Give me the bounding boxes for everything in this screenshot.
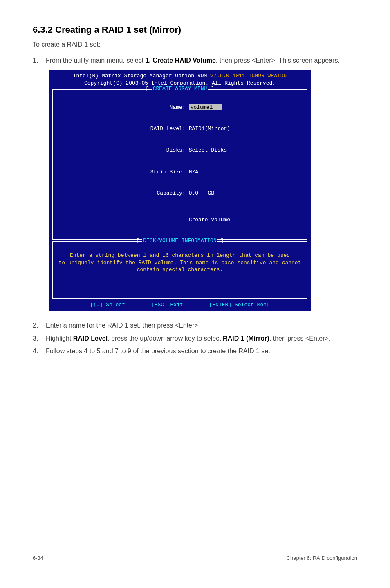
capacity-value: 0.0 GB	[186, 190, 214, 197]
step-4-body: Follow steps 4 to 5 and 7 to 9 of the pr…	[46, 346, 357, 356]
create-volume-action: Create Volume	[189, 217, 230, 223]
bios-footer-keys: [↑↓]-Select [ESC]-Exit [ENTER]-Select Me…	[49, 301, 311, 311]
step-2-body: Enter a name for the RAID 1 set, then pr…	[46, 321, 357, 330]
step-3-number: 3.	[33, 334, 46, 343]
form-area: Name:Volume1 RAID Level:RAID1(Mirror) Di…	[57, 97, 303, 231]
step-4-number: 4.	[33, 346, 46, 356]
bios-screenshot: Intel(R) Matrix Storage Manager Option R…	[49, 70, 311, 311]
name-label: Name:	[128, 104, 186, 111]
step-3: 3. Highlight RAID Level, press the up/do…	[33, 334, 357, 343]
create-array-panel: [ CREATE ARRAY MENU ] Name:Volume1 RAID …	[52, 89, 307, 240]
step-2-number: 2.	[33, 321, 46, 330]
info-line-2: to uniquely identify the RAID volume. Th…	[57, 259, 303, 267]
name-value: Volume1	[189, 104, 223, 110]
step-1-body: From the utility main menu, select 1. Cr…	[46, 56, 357, 65]
create-array-title: [ CREATE ARRAY MENU ]	[52, 85, 307, 92]
disks-label: Disks:	[128, 147, 186, 154]
capacity-label: Capacity:	[128, 190, 186, 197]
step-1-bold: 1. Create RAID Volume	[146, 57, 216, 64]
step-1-pre: From the utility main menu, select	[46, 57, 146, 64]
strip-size-value: N/A	[186, 168, 198, 176]
disks-value: Select Disks	[186, 147, 227, 154]
intro-text: To create a RAID 1 set:	[33, 41, 357, 48]
step-3-pre: Highlight	[46, 335, 73, 342]
footer-exit-key: [ESC]-Exit	[151, 302, 183, 308]
step-3-mid: , press the up/down arrow key to select	[108, 335, 223, 342]
footer-select-key: [↑↓]-Select	[90, 302, 125, 308]
footer-enter-key: [ENTER]-Select Menu	[209, 302, 270, 308]
info-line-1: Enter a string between 1 and 16 characte…	[57, 252, 303, 259]
footer-chapter-label: Chapter 6: RAID configuration	[287, 555, 357, 561]
raid-level-label: RAID Level:	[128, 125, 186, 132]
footer-page-number: 6-34	[33, 555, 43, 561]
step-4: 4. Follow steps 4 to 5 and 7 to 9 of the…	[33, 346, 357, 356]
step-3-body: Highlight RAID Level, press the up/down …	[46, 334, 357, 343]
disk-volume-title: [ DISK/VOLUME INFORMATION ]	[52, 237, 307, 245]
section-heading: 6.3.2 Creating a RAID 1 set (Mirror)	[33, 25, 357, 35]
step-3-post: , then press <Enter>.	[269, 335, 330, 342]
bios-header-line1-pre: Intel(R) Matrix Storage Manager Option R…	[73, 73, 210, 79]
step-1-post: , then press <Enter>. This screen appear…	[216, 57, 340, 64]
step-1: 1. From the utility main menu, select 1.…	[33, 56, 357, 65]
step-3-bold1: RAID Level	[73, 335, 108, 342]
step-2: 2. Enter a name for the RAID 1 set, then…	[33, 321, 357, 330]
disk-volume-panel: [ DISK/VOLUME INFORMATION ] Enter a stri…	[52, 241, 307, 299]
step-1-number: 1.	[33, 56, 46, 65]
step-3-bold2: RAID 1 (Mirror)	[223, 335, 269, 342]
info-line-3: contain special characters.	[57, 266, 303, 274]
page-footer: 6-34 Chapter 6: RAID configuration	[33, 552, 357, 561]
bios-header-line1-hilite: v7.6.0.1011 ICH9R wRAID5	[210, 73, 287, 79]
info-help-text: Enter a string between 1 and 16 characte…	[57, 252, 303, 274]
raid-level-value: RAID1(Mirror)	[186, 125, 230, 132]
strip-size-label: Strip Size:	[128, 168, 186, 176]
